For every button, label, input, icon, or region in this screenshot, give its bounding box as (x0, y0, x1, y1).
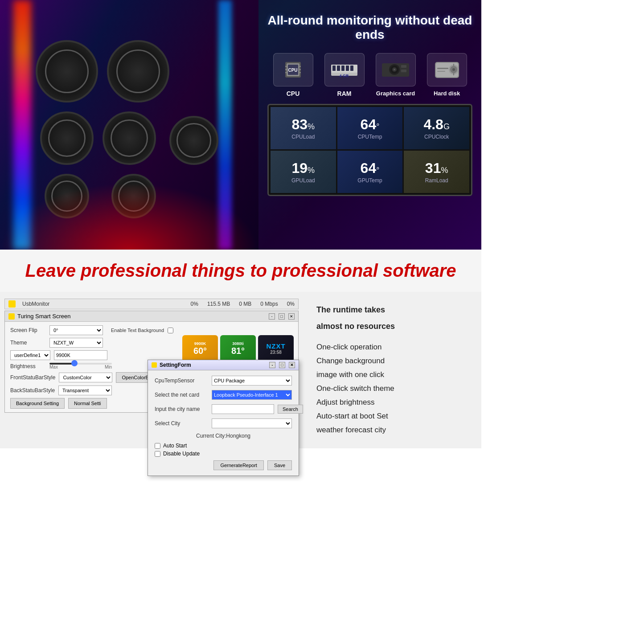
select-city-select[interactable] (212, 418, 292, 428)
taskbar: UsbMonitor 0% 115.5 MB 0 MB 0 Mbps 0% (4, 299, 299, 309)
monitor-grid: 83% CPULoad 64° CPUTemp 4.8G CPUClock 19… (271, 107, 469, 193)
net-card-select[interactable]: Loopback Pseudo-Interface 1 (212, 390, 292, 400)
software-area: UsbMonitor 0% 115.5 MB 0 MB 0 Mbps 0% Tu… (4, 299, 299, 442)
select-city-row: Select City (155, 418, 292, 428)
svg-rect-23 (401, 65, 406, 68)
cpu-clock-unit: G (443, 122, 450, 131)
city-name-row: Input the city name Search (155, 404, 292, 414)
main-maximize-btn[interactable]: □ (279, 313, 285, 320)
cpu-temp-unit: ° (376, 122, 379, 131)
cpu-load-unit: % (308, 122, 315, 131)
main-minimize-btn[interactable]: - (269, 313, 275, 320)
preview-card-9900k: 9900K 60° (182, 335, 218, 362)
stat-gpu: 0% (287, 301, 295, 307)
taskbar-app-name: UsbMonitor (22, 301, 49, 307)
ram-load-unit: % (441, 166, 448, 175)
gpu-load-value: 19% (292, 160, 315, 176)
main-window-content: 9900K 60° 3080ti 81° NZXT 23:58 Screen F… (5, 322, 298, 412)
ram-icon-box: 4 GB (324, 53, 365, 86)
icons-row: CPU CPU (267, 53, 472, 97)
back-statusbar-select[interactable]: Transparent (58, 386, 112, 395)
right-line-5: image with one click (316, 369, 468, 381)
preview-time: 23:58 (270, 350, 282, 355)
right-line-7: Adjust brightness (316, 396, 468, 409)
svg-text:4 GB: 4 GB (339, 74, 349, 78)
screen-flip-select[interactable]: 0° (49, 325, 103, 335)
right-line-9: weather forecast city (316, 424, 468, 437)
stat-mem: 115.5 MB (207, 301, 230, 307)
cell-cpu-clock: 4.8G CPUClock (404, 107, 469, 149)
theme-label: Theme (10, 340, 46, 346)
gpu-temp-label: GPUTemp (357, 177, 382, 184)
preview-temp-1: 60° (193, 346, 207, 356)
cpu-clock-value: 4.8G (423, 116, 450, 133)
main-window-title: Turing Smart Screen (17, 313, 70, 320)
bottom-section: UsbMonitor 0% 115.5 MB 0 MB 0 Mbps 0% Tu… (0, 292, 481, 448)
screen-flip-row: Screen Flip 0° Enable Text Background (10, 325, 293, 335)
dialog-minimize-btn[interactable]: - (269, 362, 275, 368)
background-setting-btn[interactable]: Background Setting (10, 398, 65, 409)
brightness-label: Brightness (10, 363, 46, 369)
gpu-temp-value: 64° (361, 160, 380, 176)
normal-setting-btn[interactable]: Normal Setti (68, 398, 107, 409)
enable-text-bg-checkbox[interactable] (168, 328, 173, 333)
search-btn[interactable]: Search (278, 405, 303, 414)
net-card-label: Select the net card (155, 392, 208, 398)
icon-ram: 4 GB RAM (324, 53, 365, 97)
front-statusbar-select[interactable]: CustomColor (59, 373, 112, 382)
dialog-controls[interactable]: - □ ✕ (269, 362, 295, 368)
right-line-1: The runtime takes (316, 303, 468, 317)
generate-report-btn[interactable]: GernerateReport (213, 460, 264, 470)
main-window-controls[interactable]: - □ ✕ (269, 313, 295, 320)
stat-disk: 0 MB (239, 301, 251, 307)
disable-update-item: Disable Update (155, 451, 292, 457)
gpu-load-unit: % (308, 166, 315, 175)
ram-load-label: RamLoad (425, 177, 448, 184)
user-define-input[interactable] (54, 350, 107, 360)
monitor-display: 83% CPULoad 64° CPUTemp 4.8G CPUClock 19… (267, 104, 472, 196)
slider-thumb[interactable] (71, 360, 78, 366)
svg-rect-32 (437, 68, 448, 69)
cpu-clock-label: CPUClock (424, 134, 449, 140)
svg-rect-14 (341, 66, 345, 71)
checkbox-row: Auto Start Disable Update (155, 443, 292, 457)
cell-cpu-temp: 64° CPUTemp (337, 107, 403, 149)
slider-max: Max (49, 365, 58, 369)
gpu-icon-box (376, 53, 416, 86)
right-content: All-round monitoring without dead ends C… (258, 0, 481, 250)
svg-point-29 (452, 68, 455, 71)
save-btn[interactable]: Save (267, 460, 292, 470)
stat-net: 0 Mbps (260, 301, 278, 307)
cpu-temp-sensor-row: CpuTempSensor CPU Package (155, 376, 292, 386)
slider-min: Min (105, 365, 112, 369)
brightness-slider[interactable] (49, 363, 112, 365)
fan-1 (36, 40, 98, 103)
dialog-titlebar: SettingForm - □ ✕ (148, 360, 299, 370)
auto-start-checkbox[interactable] (155, 443, 160, 449)
city-name-input[interactable] (212, 404, 274, 414)
pc-image (0, 0, 258, 250)
enable-text-bg-label: Enable Text Background (111, 328, 164, 333)
back-statusbar-label: BackStatuBarStyle (10, 387, 55, 394)
gpu-load-label: GPULoad (291, 177, 315, 184)
preview-chip-2: 3080ti (232, 341, 244, 346)
dialog-maximize-btn[interactable]: □ (279, 362, 285, 368)
screen-flip-label: Screen Flip (10, 327, 46, 333)
cpu-label: CPU (287, 90, 300, 97)
hdd-icon-box (427, 53, 467, 86)
cpu-temp-sensor-select[interactable]: CPU Package (212, 376, 292, 386)
city-name-label: Input the city name (155, 406, 208, 412)
main-close-btn[interactable]: ✕ (288, 313, 295, 320)
cpu-temp-value: 64° (361, 116, 380, 133)
front-statusbar-label: FrontStatuBarStyle (10, 374, 55, 381)
right-text-area: The runtime takes almost no resources On… (308, 299, 477, 442)
hdd-label: Hard disk (434, 90, 460, 97)
icon-hdd: Hard disk (427, 53, 467, 97)
fan-5 (169, 116, 218, 165)
user-define-select[interactable]: userDefine1 (10, 350, 50, 360)
theme-select[interactable]: NZXT_W (49, 338, 103, 348)
preview-chip-1: 9900K (194, 341, 206, 346)
disable-update-checkbox[interactable] (155, 451, 160, 457)
cpu-load-label: CPULoad (291, 134, 315, 140)
dialog-close-btn[interactable]: ✕ (289, 362, 295, 368)
